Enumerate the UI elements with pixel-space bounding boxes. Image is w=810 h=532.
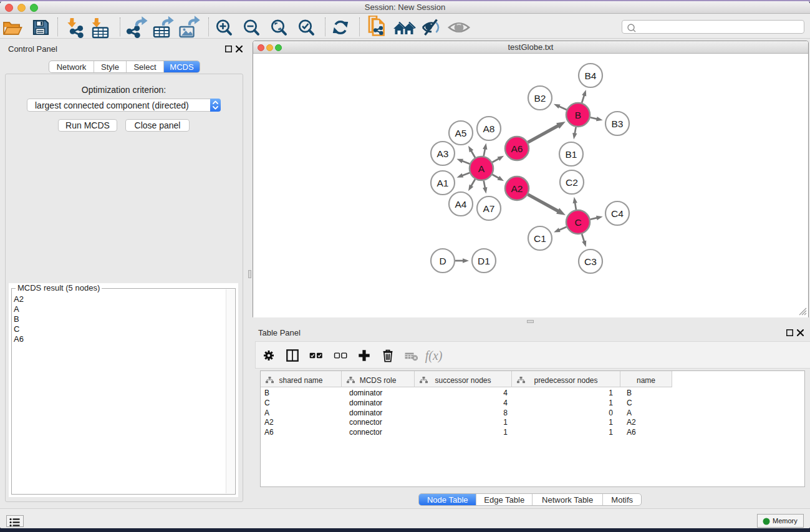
svg-text:C4: C4 (611, 208, 624, 219)
svg-text:B2: B2 (534, 93, 546, 104)
svg-text:C: C (574, 217, 581, 228)
svg-text:A3: A3 (437, 148, 449, 159)
svg-text:A6: A6 (511, 143, 523, 154)
svg-text:A7: A7 (483, 203, 495, 214)
svg-text:f(x): f(x) (425, 349, 443, 363)
svg-text:A: A (478, 163, 485, 174)
svg-text:A5: A5 (455, 128, 467, 138)
svg-text:C1: C1 (534, 233, 546, 244)
svg-text:A1: A1 (437, 178, 449, 188)
svg-text:A4: A4 (455, 199, 467, 210)
svg-text:A2: A2 (511, 183, 523, 194)
svg-text:A8: A8 (483, 123, 495, 134)
svg-text:D: D (439, 256, 446, 266)
svg-text:B3: B3 (612, 118, 624, 129)
svg-text:C3: C3 (584, 256, 597, 267)
svg-text:B: B (575, 110, 581, 120)
svg-text:D1: D1 (478, 256, 490, 266)
svg-text:C2: C2 (566, 177, 578, 188)
svg-text:B4: B4 (585, 70, 597, 81)
svg-text:B1: B1 (566, 149, 577, 160)
